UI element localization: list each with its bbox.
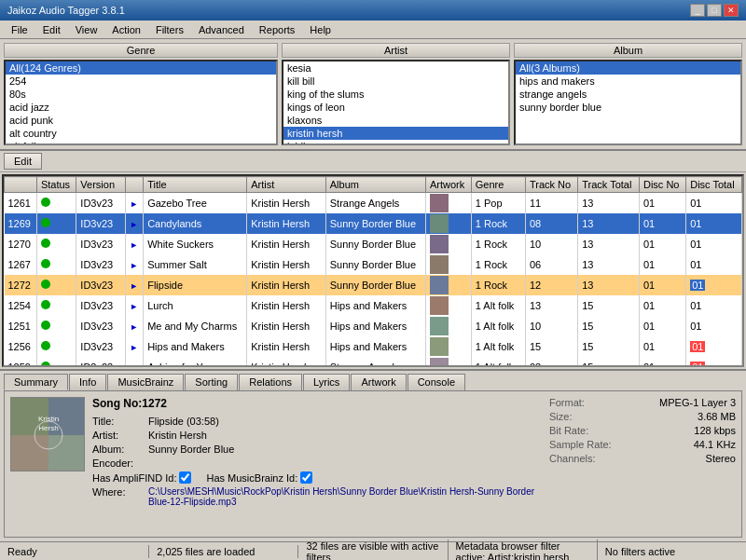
menu-reports[interactable]: Reports [252,22,303,37]
artist-label: Artist: [92,430,148,441]
menu-filters[interactable]: Filters [148,22,191,37]
cell-tracktotal: 13 [578,254,640,275]
col-disctotal[interactable]: Disc Total [686,177,742,193]
genre-list[interactable]: All(124 Genres) 254 80s acid jazz acid p… [4,60,278,145]
col-genre[interactable]: Genre [471,177,525,193]
musicbrainz-label: Has MusicBrainz Id: [206,471,312,484]
menu-file[interactable]: File [4,22,35,37]
album-label: Album [514,43,742,58]
cell-tracktotal: 13 [578,275,640,295]
artist-item-laldhan[interactable]: laldhan [283,140,508,145]
artist-list[interactable]: kesia kill bill king of the slums kings … [282,60,510,145]
tab-console[interactable]: Console [408,374,465,390]
minimize-button[interactable]: _ [690,4,705,17]
cell-arrow: ► [126,316,144,336]
table-row[interactable]: 1254 ID3v23 ► Lurch Kristin Hersh Hips a… [5,295,742,316]
table-row[interactable]: 1261 ID3v23 ► Gazebo Tree Kristin Hersh … [5,193,742,214]
col-id[interactable] [5,177,37,193]
menu-advanced[interactable]: Advanced [191,22,252,37]
menu-action[interactable]: Action [104,22,148,37]
artist-item-killbill[interactable]: kill bill [283,75,508,88]
cell-trackno: 11 [525,193,577,214]
artist-item-kingslums[interactable]: king of the slums [283,88,508,101]
genre-item-254[interactable]: 254 [6,75,276,88]
artist-item-klaxons[interactable]: klaxons [283,114,508,127]
tab-sorting[interactable]: Sorting [185,374,238,390]
cell-discno: 01 [639,254,685,275]
musicbrainz-checkbox[interactable] [300,471,312,484]
artist-item-kesia[interactable]: kesia [283,61,508,75]
cell-tracktotal: 13 [578,193,640,214]
album-list[interactable]: All(3 Albums) hips and makers strange an… [514,60,742,145]
genre-item-acid-jazz[interactable]: acid jazz [6,101,276,114]
col-tracktotal[interactable]: Track Total [578,177,640,193]
table-row[interactable]: 1270 ID3v23 ► White Suckers Kristin Hers… [5,234,742,254]
menu-view[interactable]: View [68,22,105,37]
table-row[interactable]: 1269 ID3v23 ► Candylands Kristin Hersh S… [5,213,742,234]
table-row[interactable]: 1256 ID3v23 ► Hips and Makers Kristin He… [5,336,742,357]
col-arrow[interactable] [126,177,144,193]
tab-artwork[interactable]: Artwork [351,374,406,390]
cell-arrow: ► [126,357,144,367]
tab-musicbrainz[interactable]: MusicBrainz [107,374,184,390]
tab-info[interactable]: Info [69,374,106,390]
genre-item-alt-folk[interactable]: alt folk [6,140,276,145]
amplify-checkbox[interactable] [179,471,191,484]
artist-item-kingsleon[interactable]: kings of leon [283,101,508,114]
song-info-panel: Song No:1272 Title: Flipside (03:58) Art… [92,397,542,531]
bitrate-value: 128 kbps [694,425,736,436]
tab-lyrics[interactable]: Lyrics [303,374,350,390]
track-table-wrapper[interactable]: Status Version Title Artist Album Artwor… [2,174,744,367]
tab-summary[interactable]: Summary [4,374,68,390]
menu-edit[interactable]: Edit [35,22,68,37]
cell-artist: Kristin Hersh [247,275,326,295]
maximize-button[interactable]: □ [707,4,722,17]
cell-album: Sunny Border Blue [325,234,425,254]
col-discno[interactable]: Disc No [639,177,685,193]
artist-item-kristin[interactable]: kristin hersh [283,127,508,140]
cell-album: Hips and Makers [325,316,425,336]
tabs-bar: Summary Info MusicBrainz Sorting Relatio… [0,371,746,390]
tab-relations[interactable]: Relations [239,374,302,390]
where-label: Where: [92,486,148,498]
edit-button[interactable]: Edit [4,153,42,170]
col-trackno[interactable]: Track No [525,177,577,193]
svg-rect-4 [48,435,85,471]
col-artist[interactable]: Artist [247,177,326,193]
status-ready: Ready [0,545,149,558]
album-item-all[interactable]: All(3 Albums) [516,61,740,75]
cell-version: ID3v23 [76,234,126,254]
close-button[interactable]: ✕ [724,4,739,17]
genre-item-acid-punk[interactable]: acid punk [6,114,276,127]
cell-title: Me and My Charms [144,316,247,336]
col-version[interactable]: Version [76,177,126,193]
artist-row: Artist: Kristin Hersh [92,430,542,441]
col-artwork[interactable]: Artwork [425,177,471,193]
cell-arrow: ► [126,254,144,275]
cell-title: Lurch [144,295,247,316]
album-item-strange[interactable]: strange angels [516,88,740,101]
genre-item-alt-country[interactable]: alt country [6,127,276,140]
table-row[interactable]: 1272 ID3v23 ► Flipside Kristin Hersh Sun… [5,275,742,295]
menu-help[interactable]: Help [302,22,338,37]
album-item-sunny[interactable]: sunny border blue [516,101,740,114]
table-row[interactable]: 1267 ID3v23 ► Summer Salt Kristin Hersh … [5,254,742,275]
song-number: Song No:1272 [92,397,542,410]
col-status[interactable]: Status [36,177,76,193]
cell-album: Hips and Makers [325,295,425,316]
where-row: Where: C:\Users\MESH\Music\RockPop\Krist… [92,486,542,507]
cell-id: 1270 [5,234,37,254]
cell-arrow: ► [126,275,144,295]
album-item-hips[interactable]: hips and makers [516,75,740,88]
table-row[interactable]: 1251 ID3v23 ► Me and My Charms Kristin H… [5,316,742,336]
album-detail-label: Album: [92,444,148,455]
genre-item-all[interactable]: All(124 Genres) [6,61,276,75]
genre-item-80s[interactable]: 80s [6,88,276,101]
table-row[interactable]: 1259 ID3v23 ► Aching for You Kristin Her… [5,357,742,367]
svg-text:Hersh: Hersh [38,424,58,432]
cell-artist: Kristin Hersh [247,193,326,214]
col-album[interactable]: Album [325,177,425,193]
cell-status [36,234,76,254]
status-visible-files: 32 files are visible with active filters [298,540,448,561]
col-title[interactable]: Title [144,177,247,193]
